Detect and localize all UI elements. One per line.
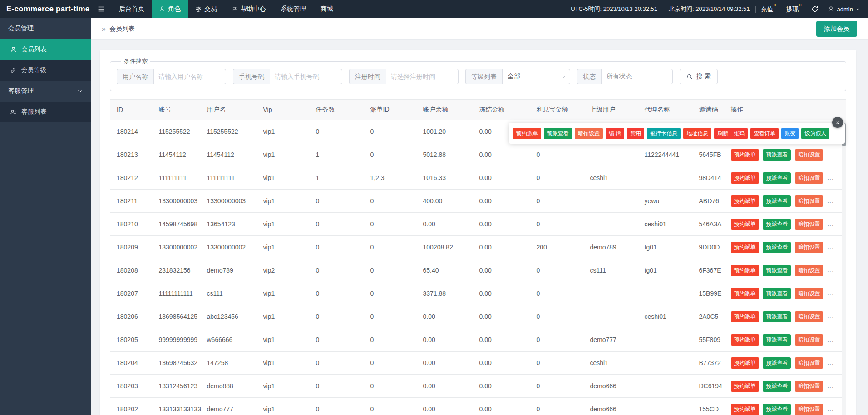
row-more-actions[interactable]: ... <box>827 312 834 320</box>
row-action-reserve-dispatch[interactable]: 预约派单 <box>731 172 759 184</box>
popup-action-reserve-dispatch[interactable]: 预约派单 <box>513 128 541 139</box>
cell-id: 180214 <box>110 120 153 143</box>
row-action-predispatch-view[interactable]: 预派查看 <box>763 381 791 392</box>
row-more-actions[interactable]: ... <box>827 359 834 366</box>
row-more-actions[interactable]: ... <box>827 220 834 227</box>
popup-action-bank-card-info[interactable]: 银行卡信息 <box>647 128 681 139</box>
row-action-hidden-deduction[interactable]: 暗扣设置 <box>795 172 823 184</box>
row-more-actions[interactable]: ... <box>827 243 834 250</box>
row-more-actions[interactable]: ... <box>827 336 834 343</box>
cell-parent-user: demo666 <box>584 375 638 398</box>
row-action-reserve-dispatch[interactable]: 预约派单 <box>731 149 759 161</box>
row-more-actions[interactable]: ... <box>827 197 834 204</box>
row-action-predispatch-view[interactable]: 预派查看 <box>763 404 791 415</box>
phone-input[interactable] <box>270 69 342 84</box>
row-action-reserve-dispatch[interactable]: 预约派单 <box>731 357 759 369</box>
popup-action-hidden-deduction-setting[interactable]: 暗扣设置 <box>575 128 603 139</box>
regtime-input[interactable] <box>386 69 459 84</box>
popup-action-address-info[interactable]: 地址信息 <box>683 128 711 139</box>
row-action-hidden-deduction[interactable]: 暗扣设置 <box>795 404 823 415</box>
cell-agent-name <box>638 352 693 375</box>
cell-actions: 预约派单 预派查看 暗扣设置 ... <box>725 398 846 415</box>
row-action-predispatch-view[interactable]: 预派查看 <box>763 265 791 276</box>
row-action-hidden-deduction[interactable]: 暗扣设置 <box>795 288 823 299</box>
row-action-predispatch-view[interactable]: 预派查看 <box>763 242 791 253</box>
nav-item-mall[interactable]: 商城 <box>313 0 340 18</box>
row-action-hidden-deduction[interactable]: 暗扣设置 <box>795 265 823 276</box>
add-member-button[interactable]: 添加会员 <box>816 21 857 37</box>
row-action-predispatch-view[interactable]: 预派查看 <box>763 311 791 322</box>
row-action-predispatch-view[interactable]: 预派查看 <box>763 195 791 207</box>
search-button[interactable]: 搜 索 <box>680 69 718 84</box>
cell-tasks: 1 <box>310 166 364 190</box>
cell-actions: 预约派单 预派查看 暗扣设置 ... <box>725 190 846 213</box>
nav-item-trade[interactable]: 交易 <box>188 0 224 18</box>
sidebar-item-service-list[interactable]: 客服列表 <box>0 102 91 122</box>
search-panel: 条件搜索 用户名称 手机号码 注册时间 等级列表 <box>110 57 846 91</box>
row-action-reserve-dispatch[interactable]: 预约派单 <box>731 219 759 230</box>
row-action-predispatch-view[interactable]: 预派查看 <box>763 334 791 346</box>
popup-action-balance-change[interactable]: 账变 <box>781 128 799 139</box>
row-more-actions[interactable]: ... <box>827 266 834 273</box>
row-action-predispatch-view[interactable]: 预派查看 <box>763 149 791 161</box>
row-action-reserve-dispatch[interactable]: 预约派单 <box>731 288 759 299</box>
nav-item-role[interactable]: 角色 <box>152 0 188 18</box>
row-action-hidden-deduction[interactable]: 暗扣设置 <box>795 334 823 346</box>
cell-account: 99999999999 <box>153 328 201 352</box>
username-input[interactable] <box>153 69 226 84</box>
recharge-link[interactable]: 充值0 <box>756 5 781 14</box>
row-more-actions[interactable]: ... <box>827 382 834 389</box>
row-action-reserve-dispatch[interactable]: 预约派单 <box>731 404 759 415</box>
row-action-predispatch-view[interactable]: 预派查看 <box>763 172 791 184</box>
sidebar-group-label: 客服管理 <box>8 87 34 95</box>
popup-action-refresh-qrcode[interactable]: 刷新二维码 <box>714 128 748 139</box>
cell-parent-user: demo789 <box>584 236 638 259</box>
popup-action-edit[interactable]: 编 辑 <box>606 128 624 139</box>
popup-action-disable[interactable]: 禁用 <box>627 128 644 139</box>
popup-action-predispatch-view[interactable]: 预派查看 <box>544 128 572 139</box>
row-more-actions[interactable]: ... <box>827 289 834 297</box>
level-select[interactable]: 全部 <box>502 69 570 84</box>
row-action-hidden-deduction[interactable]: 暗扣设置 <box>795 381 823 392</box>
popup-action-view-orders[interactable]: 查看订单 <box>750 128 779 139</box>
sidebar-item-member-level[interactable]: 会员等级 <box>0 60 91 81</box>
row-action-hidden-deduction[interactable]: 暗扣设置 <box>795 242 823 253</box>
chevron-down-icon <box>561 74 566 79</box>
row-action-reserve-dispatch[interactable]: 预约派单 <box>731 311 759 322</box>
phone-filter-label: 手机号码 <box>233 69 270 84</box>
row-action-hidden-deduction[interactable]: 暗扣设置 <box>795 149 823 161</box>
scales-icon <box>195 6 202 12</box>
row-action-predispatch-view[interactable]: 预派查看 <box>763 288 791 299</box>
nav-item-system[interactable]: 系统管理 <box>273 0 313 18</box>
status-select[interactable]: 所有状态 <box>601 69 673 84</box>
row-action-hidden-deduction[interactable]: 暗扣设置 <box>795 219 823 230</box>
row-action-reserve-dispatch[interactable]: 预约派单 <box>731 265 759 276</box>
row-action-reserve-dispatch[interactable]: 预约派单 <box>731 334 759 346</box>
popup-action-set-as-dummy[interactable]: 设为假人 <box>801 128 829 139</box>
user-menu[interactable]: admin <box>823 6 863 13</box>
row-action-reserve-dispatch[interactable]: 预约派单 <box>731 381 759 392</box>
row-action-predispatch-view[interactable]: 预派查看 <box>763 219 791 230</box>
row-more-actions[interactable]: ... <box>827 151 834 158</box>
cell-interest: 0 <box>530 328 584 352</box>
row-action-predispatch-view[interactable]: 预派查看 <box>763 357 791 369</box>
row-more-actions[interactable]: ... <box>827 174 834 181</box>
hamburger-icon[interactable] <box>91 0 112 18</box>
close-icon[interactable] <box>832 117 843 128</box>
cell-invite-code: ABD76 <box>693 190 725 213</box>
row-action-reserve-dispatch[interactable]: 预约派单 <box>731 242 759 253</box>
nav-item-help-center[interactable]: 帮助中心 <box>224 0 273 18</box>
row-more-actions[interactable]: ... <box>827 405 834 412</box>
sidebar-item-label: 会员列表 <box>21 45 47 54</box>
row-action-hidden-deduction[interactable]: 暗扣设置 <box>795 357 823 369</box>
sidebar-group-service-management[interactable]: 客服管理 <box>0 81 91 102</box>
refresh-icon[interactable] <box>807 5 823 13</box>
sidebar-group-member-management[interactable]: 会员管理 <box>0 18 91 39</box>
row-action-hidden-deduction[interactable]: 暗扣设置 <box>795 311 823 322</box>
app-logo: E-commerce part-time <box>0 0 91 18</box>
withdraw-link[interactable]: 提现0 <box>781 5 807 14</box>
row-action-reserve-dispatch[interactable]: 预约派单 <box>731 195 759 207</box>
nav-item-home[interactable]: 后台首页 <box>112 0 152 18</box>
row-action-hidden-deduction[interactable]: 暗扣设置 <box>795 195 823 207</box>
sidebar-item-member-list[interactable]: 会员列表 <box>0 39 91 60</box>
